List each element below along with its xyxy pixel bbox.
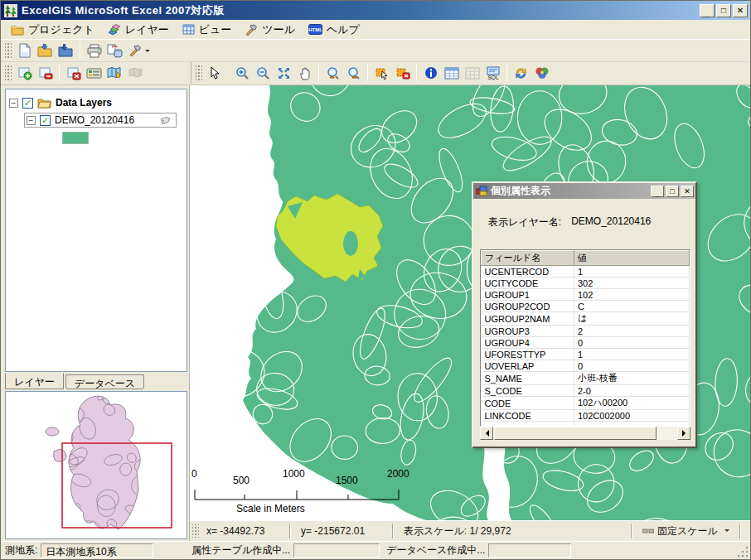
- layer-checkbox[interactable]: ✓: [40, 115, 51, 126]
- toolbar-grip[interactable]: [196, 65, 202, 81]
- table-icon: [444, 67, 459, 80]
- zoom-out-icon: [256, 66, 270, 80]
- new-project-button[interactable]: [14, 41, 35, 60]
- map-status-bar: x= -34492.73 y= -215672.01 表示スケール: 1/ 29…: [190, 520, 750, 541]
- color-settings-button[interactable]: [531, 64, 552, 83]
- display-scale-readout: 表示スケール: 1/ 29,972: [399, 524, 548, 538]
- printer-icon: [87, 44, 102, 58]
- fixed-scale-dropdown[interactable]: 固定スケール: [637, 524, 734, 538]
- identify-button[interactable]: [420, 64, 441, 83]
- app-tree-icon: [4, 4, 17, 17]
- table-row: S_CODE2-0: [482, 385, 690, 397]
- toolbar-grip[interactable]: [5, 42, 12, 59]
- scale-tick-label: 2000: [387, 468, 409, 480]
- scroll-right-button[interactable]: [677, 427, 690, 440]
- save-project-button[interactable]: [56, 41, 76, 60]
- field-value-cell: 2: [574, 326, 690, 337]
- view-grid-icon: [182, 24, 195, 35]
- scroll-left-button[interactable]: [480, 427, 493, 440]
- attribute-table-button[interactable]: [441, 64, 462, 83]
- field-name-cell: UFORESTTYP: [482, 349, 574, 360]
- map-edit-button[interactable]: [104, 64, 125, 83]
- tab-layers[interactable]: レイヤー: [5, 373, 64, 389]
- sql-query-button[interactable]: SQL: [482, 64, 503, 83]
- svg-text:HTML: HTML: [308, 27, 322, 32]
- menu-help[interactable]: HTML ヘルプ: [305, 21, 366, 39]
- column-header-value[interactable]: 値: [574, 251, 690, 266]
- label-tag-icon[interactable]: [159, 114, 172, 126]
- select-cursor-button[interactable]: [205, 64, 225, 83]
- export-button[interactable]: [104, 41, 125, 60]
- overview-map[interactable]: [5, 391, 187, 539]
- field-name-cell: S_CODE: [482, 385, 574, 397]
- remove-layer-button[interactable]: [35, 64, 56, 83]
- root-checkbox[interactable]: ✓: [22, 98, 33, 109]
- print-button[interactable]: [84, 41, 104, 60]
- menu-project[interactable]: プロジェクト: [7, 21, 101, 39]
- export-data-icon: [107, 44, 123, 58]
- scale-tick-label: 1500: [336, 475, 358, 486]
- dialog-layer-row: 表示レイヤー名: DEMO_20120416: [473, 199, 695, 229]
- field-value-cell: 2-0: [574, 385, 690, 397]
- datum-value: 日本測地系10系: [41, 543, 153, 558]
- new-document-icon: [17, 43, 31, 58]
- layer-color-swatch[interactable]: [62, 132, 89, 144]
- horizontal-scrollbar[interactable]: [480, 427, 690, 440]
- maximize-button[interactable]: □: [716, 4, 731, 17]
- add-layer-icon: [17, 66, 32, 80]
- close-button[interactable]: ✕: [733, 4, 748, 17]
- zoom-out-button[interactable]: [253, 64, 274, 83]
- dialog-title-bar[interactable]: 個別属性表示 _ □ ✕: [473, 183, 695, 199]
- field-name-cell: CODE: [482, 397, 574, 410]
- layer-item[interactable]: − ✓ DEMO_20120416: [24, 113, 177, 128]
- toolbar-separator: [59, 65, 60, 81]
- open-project-button[interactable]: [35, 41, 56, 60]
- table-row: UOVERLAP0: [482, 360, 690, 372]
- left-panel: − ✓ Data Layers − ✓ DEMO_20120416 レイヤー: [1, 85, 190, 541]
- toolbar-grip[interactable]: [5, 65, 12, 81]
- pan-button[interactable]: [294, 64, 315, 83]
- toolbar-separator: [416, 65, 417, 81]
- field-value-cell: 102C002000: [574, 410, 690, 422]
- delete-layer-button[interactable]: [63, 64, 84, 83]
- fixed-scale-label: 固定スケール: [657, 524, 718, 538]
- collapse-expander-icon[interactable]: −: [27, 116, 36, 125]
- zoom-in-button[interactable]: [232, 64, 253, 83]
- menu-tools-label: ツール: [262, 22, 295, 37]
- zoom-previous-button[interactable]: [322, 64, 343, 83]
- open-folder-icon: [37, 98, 51, 109]
- field-value-cell: 302: [574, 278, 690, 289]
- table-row: LINKCODE102C002000: [482, 410, 690, 422]
- dropdown-caret-icon: [724, 529, 729, 534]
- menu-view[interactable]: ビュー: [179, 21, 239, 39]
- add-layer-button[interactable]: [14, 64, 35, 83]
- field-value-cell: 1: [574, 266, 690, 278]
- column-header-field[interactable]: フィールド名: [482, 251, 574, 266]
- tab-database[interactable]: データベース: [65, 374, 144, 389]
- zoom-next-button[interactable]: [343, 64, 364, 83]
- menu-layer[interactable]: レイヤー: [104, 21, 176, 39]
- info-icon: [424, 66, 438, 80]
- dialog-maximize-button[interactable]: □: [666, 186, 679, 197]
- tools-dropdown-button[interactable]: [125, 41, 153, 60]
- zoom-extent-button[interactable]: [274, 64, 294, 83]
- dialog-close-button[interactable]: ✕: [681, 186, 694, 197]
- attribute-table: フィールド名 値 UCENTERCOD1 UCITYCODE302 UGROUP…: [480, 249, 690, 427]
- scale-bar-line: [190, 488, 414, 501]
- refresh-layers-button[interactable]: [511, 64, 531, 83]
- hammer-icon: [128, 45, 142, 56]
- minimize-button[interactable]: _: [700, 4, 715, 17]
- dialog-minimize-button[interactable]: _: [651, 186, 664, 197]
- clear-selection-button[interactable]: [392, 64, 413, 83]
- tree-root-row[interactable]: − ✓ Data Layers: [9, 94, 183, 111]
- scrollbar-thumb[interactable]: [494, 427, 657, 440]
- menu-tools[interactable]: ツール: [241, 21, 302, 39]
- collapse-expander-icon[interactable]: −: [9, 99, 18, 108]
- palette-icon: [535, 66, 550, 80]
- select-features-button[interactable]: [371, 64, 392, 83]
- resize-grip[interactable]: [738, 547, 749, 558]
- field-value-cell: 1: [574, 349, 690, 360]
- menu-layer-label: レイヤー: [125, 22, 169, 37]
- table-row: S_NAME小班-枝番: [482, 372, 690, 385]
- legend-editor-button[interactable]: [84, 64, 104, 83]
